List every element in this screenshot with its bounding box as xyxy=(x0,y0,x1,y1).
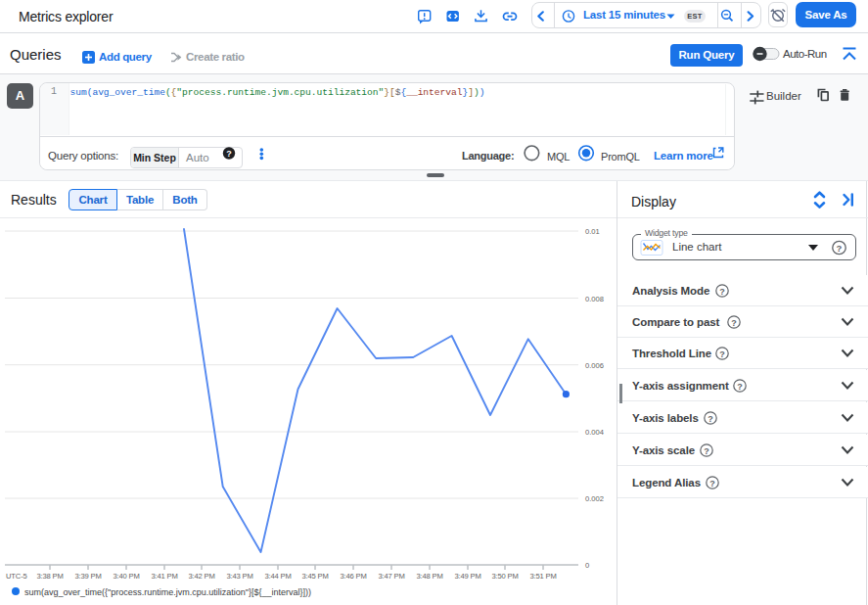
svg-text:3:38 PM: 3:38 PM xyxy=(36,572,63,581)
svg-text:3:45 PM: 3:45 PM xyxy=(301,572,328,581)
svg-text:0: 0 xyxy=(585,561,589,570)
svg-text:0.002: 0.002 xyxy=(585,494,604,503)
svg-text:0.006: 0.006 xyxy=(585,361,604,370)
svg-text:0.01: 0.01 xyxy=(585,227,600,236)
svg-text:3:43 PM: 3:43 PM xyxy=(226,572,252,581)
svg-text:3:47 PM: 3:47 PM xyxy=(378,572,404,581)
svg-text:3:49 PM: 3:49 PM xyxy=(454,572,480,581)
svg-text:3:44 PM: 3:44 PM xyxy=(264,572,291,581)
svg-text:3:48 PM: 3:48 PM xyxy=(416,572,442,581)
svg-text:UTC-5: UTC-5 xyxy=(6,572,27,581)
svg-text:3:41 PM: 3:41 PM xyxy=(151,572,177,581)
svg-text:?: ? xyxy=(226,149,232,159)
svg-text:0.004: 0.004 xyxy=(585,428,604,437)
svg-text:0.008: 0.008 xyxy=(585,295,604,303)
svg-text:3:51 PM: 3:51 PM xyxy=(529,572,556,581)
svg-text:3:42 PM: 3:42 PM xyxy=(188,572,214,581)
svg-text:3:40 PM: 3:40 PM xyxy=(113,572,139,581)
svg-text:3:50 PM: 3:50 PM xyxy=(491,572,518,581)
svg-text:sum(avg_over_time({"process.ru: sum(avg_over_time({"process.runtime.jvm.… xyxy=(24,587,311,597)
svg-text:?: ? xyxy=(837,243,843,254)
svg-text:3:46 PM: 3:46 PM xyxy=(340,572,366,581)
svg-text:3:39 PM: 3:39 PM xyxy=(74,572,101,581)
